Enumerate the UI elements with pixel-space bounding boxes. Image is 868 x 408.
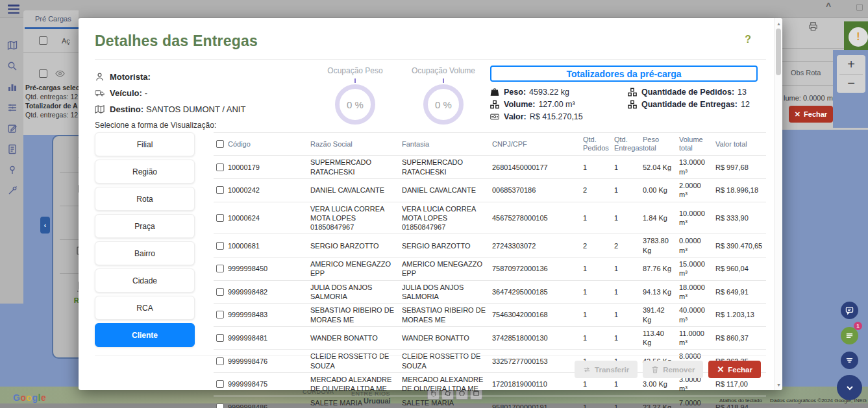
fechar-button[interactable]: ✕ Fechar bbox=[708, 361, 761, 378]
row-checkbox[interactable] bbox=[216, 265, 224, 272]
select-all-checkbox[interactable] bbox=[216, 140, 224, 148]
hamburger-menu-icon[interactable] bbox=[8, 5, 19, 14]
row-checkbox[interactable] bbox=[216, 288, 224, 296]
view-button-list: FilialRegiãoRotaPraçaBairroCidadeRCAClie… bbox=[95, 132, 195, 350]
cell-razao: VERA LUCIA CORREA MOTA LOPES 01850847967 bbox=[308, 202, 399, 234]
scroll-down-fab[interactable] bbox=[837, 375, 862, 400]
row-checkbox[interactable] bbox=[216, 311, 224, 318]
cell-cnpj: 36474295000185 bbox=[490, 280, 580, 304]
table-row[interactable]: 9999998482JULIA DOS ANJOS SALMORIAJULIA … bbox=[214, 280, 766, 304]
row-checkbox[interactable] bbox=[216, 186, 224, 194]
view-button-cliente[interactable]: Cliente bbox=[95, 323, 195, 347]
alert-badge[interactable]: ! bbox=[849, 27, 868, 47]
cell-pedidos: 2 bbox=[580, 178, 612, 202]
map-icon[interactable] bbox=[7, 40, 18, 51]
cell-fantasia: SALETE MARIA AGOSTINI MARTINS ME bbox=[399, 396, 490, 408]
zoom-out-button[interactable]: − bbox=[837, 75, 865, 93]
chevron-down-icon bbox=[845, 383, 855, 393]
cell-razao: SALETE MARIA AGOSTINI MARTINS ME bbox=[308, 396, 399, 408]
view-button-cidade[interactable]: Cidade bbox=[95, 269, 195, 293]
cell-fantasia: SEBASTIAO RIBEIRO DE MORAES ME bbox=[399, 304, 490, 327]
tool-wand-icon[interactable] bbox=[7, 186, 18, 196]
cell-peso: 87.76 Kg bbox=[640, 258, 676, 281]
table-row[interactable]: 10000242DANIEL CAVALCANTEDANIEL CAVALCAN… bbox=[214, 178, 766, 202]
cell-codigo: 9999998475 bbox=[214, 373, 308, 396]
cell-entregas: 1 bbox=[612, 280, 640, 304]
total-volume-row: Volume: 127.00 m³ bbox=[490, 100, 628, 109]
transferir-button[interactable]: Transferir bbox=[575, 361, 638, 378]
cell-valor: R$ 960,04 bbox=[713, 258, 766, 281]
view-button-regiao[interactable]: Região bbox=[95, 160, 195, 184]
bg-select-all-checkbox[interactable] bbox=[39, 36, 47, 45]
row-checkbox[interactable] bbox=[216, 380, 224, 388]
document-icon[interactable] bbox=[7, 144, 18, 154]
printer-icon[interactable] bbox=[808, 21, 818, 34]
gauge-volume-value: 0 % bbox=[435, 99, 452, 110]
cell-pedidos: 1 bbox=[580, 280, 612, 304]
row-checkbox[interactable] bbox=[216, 357, 224, 365]
eye-icon[interactable] bbox=[55, 69, 65, 78]
cell-volume: 7.0000 m³ bbox=[676, 396, 713, 408]
cell-fantasia: CLEIDE ROSSETTO DE SOUZA bbox=[399, 350, 490, 373]
view-button-bairro[interactable]: Bairro bbox=[95, 241, 195, 265]
vehicle-icon bbox=[95, 88, 105, 98]
bg-fechar-button[interactable]: ✕ Fechar bbox=[789, 106, 833, 123]
table-row[interactable]: 10000179SUPERMERCADO RATACHESKISUPERMERC… bbox=[214, 156, 766, 179]
tab-active-underline bbox=[25, 27, 79, 29]
row-checkbox[interactable] bbox=[216, 403, 224, 408]
notification-badge: 1 bbox=[854, 322, 862, 330]
remover-button[interactable]: Remover bbox=[643, 361, 703, 378]
cell-entregas: 1 bbox=[612, 178, 640, 202]
view-button-rota[interactable]: Rota bbox=[95, 187, 195, 211]
table-row[interactable]: 9999998481WANDER BONATTOWANDER BONATTO37… bbox=[214, 326, 766, 350]
scrollbar-up-arrow[interactable]: ▲ bbox=[775, 19, 783, 28]
panel-collapse-button[interactable]: ‹ bbox=[40, 217, 50, 234]
row-checkbox[interactable] bbox=[216, 334, 224, 342]
total-volume-value: 127.00 m³ bbox=[538, 100, 575, 109]
row-checkbox[interactable] bbox=[216, 214, 224, 222]
person-icon bbox=[95, 72, 105, 82]
delivery-info-block: Motorista: Veículo: - Destino: SANTOS DU… bbox=[95, 69, 309, 117]
cell-entregas: 1 bbox=[612, 326, 640, 350]
modal-scrollbar[interactable]: ▲ ▼ bbox=[774, 18, 782, 390]
column-header: Qtd. Entregas bbox=[612, 133, 640, 156]
chevron-up-icon[interactable]: ^ bbox=[826, 1, 831, 12]
destino-row: Destino: SANTOS DUMONT / ANIT bbox=[95, 101, 309, 117]
scrollbar-down-arrow[interactable]: ▼ bbox=[775, 380, 783, 389]
chat-button[interactable] bbox=[841, 302, 858, 319]
chart-icon[interactable] bbox=[7, 82, 18, 92]
table-row[interactable]: 10000681SERGIO BARZOTTOSERGIO BARZOTTO27… bbox=[214, 234, 766, 258]
table-row[interactable]: 10000624VERA LUCIA CORREA MOTA LOPES 018… bbox=[214, 202, 766, 234]
zoom-in-button[interactable]: + bbox=[837, 55, 865, 74]
view-button-filial[interactable]: Filial bbox=[95, 132, 195, 156]
destino-value: SANTOS DUMONT / ANIT bbox=[146, 104, 245, 114]
table-row[interactable]: 9999998450AMERICO MENEGAZZO EPPAMERICO M… bbox=[214, 258, 766, 281]
list-icon bbox=[845, 331, 854, 340]
view-button-praca[interactable]: Praça bbox=[95, 214, 195, 238]
edit-icon[interactable] bbox=[7, 123, 18, 134]
cell-codigo: 10000179 bbox=[214, 156, 308, 179]
table-row[interactable]: 9999998486SALETE MARIA AGOSTINI MARTINS … bbox=[214, 396, 766, 408]
help-icon[interactable]: ? bbox=[745, 34, 751, 45]
filter-button[interactable] bbox=[841, 352, 858, 369]
list-rows-icon[interactable] bbox=[7, 102, 18, 113]
totalizadores-panel: Totalizadores da pré-carga Peso: 4593.22… bbox=[490, 66, 758, 121]
bg-row-checkbox[interactable] bbox=[39, 69, 47, 78]
cell-razao: AMERICO MENEGAZZO EPP bbox=[308, 258, 399, 281]
location-pin-icon[interactable] bbox=[7, 165, 18, 175]
cell-razao: CLEIDE ROSSETTO DE SOUZA bbox=[308, 350, 399, 373]
cell-fantasia: SERGIO BARZOTTO bbox=[399, 234, 490, 258]
cell-codigo: 9999998482 bbox=[214, 280, 308, 304]
search-icon[interactable] bbox=[7, 61, 18, 71]
top-bar bbox=[0, 0, 868, 18]
row-checkbox[interactable] bbox=[216, 242, 224, 250]
veiculo-label: Veículo: bbox=[110, 88, 142, 98]
cell-volume: 11.0000 m³ bbox=[676, 326, 713, 350]
view-button-rca[interactable]: RCA bbox=[95, 296, 195, 320]
banknote-icon bbox=[490, 112, 499, 121]
cell-peso: 113.40 Kg bbox=[640, 326, 676, 350]
table-row[interactable]: 9999998483SEBASTIAO RIBEIRO DE MORAES ME… bbox=[214, 304, 766, 327]
row-checkbox[interactable] bbox=[216, 163, 224, 171]
tab-pre-cargas[interactable]: Pré Cargas bbox=[35, 15, 71, 23]
scrollbar-thumb[interactable] bbox=[776, 29, 781, 75]
